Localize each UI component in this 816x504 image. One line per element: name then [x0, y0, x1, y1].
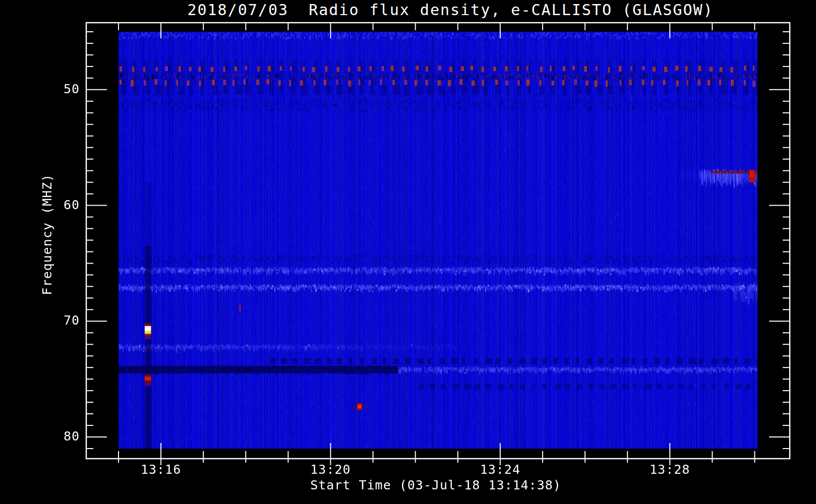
x-tick-label: 13:20	[310, 462, 351, 477]
y-tick-label: 80	[29, 429, 80, 444]
spectrogram-figure: 2018/07/03 Radio flux density, e-CALLIST…	[0, 0, 816, 504]
y-tick-label: 70	[29, 313, 80, 328]
y-tick-label: 60	[29, 198, 80, 212]
x-axis-title: Start Time (03-Jul-18 13:14:38)	[310, 478, 561, 492]
spectrogram-canvas	[119, 32, 757, 449]
x-tick-label: 13:16	[141, 462, 181, 477]
y-tick-label: 50	[29, 82, 80, 96]
y-axis-title: Frequency (MHZ)	[40, 174, 54, 295]
x-tick-label: 13:28	[650, 462, 690, 477]
x-tick-label: 13:24	[480, 462, 520, 477]
figure-title: 2018/07/03 Radio flux density, e-CALLIST…	[187, 1, 713, 19]
